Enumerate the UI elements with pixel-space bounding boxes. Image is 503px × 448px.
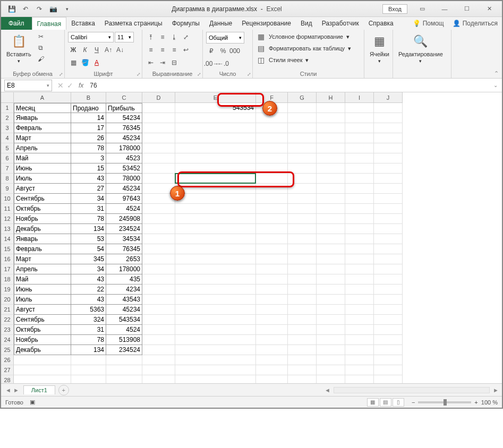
cell[interactable]: Февраль <box>14 244 71 254</box>
zoom-slider[interactable] <box>418 401 471 403</box>
cell[interactable]: 34 <box>71 194 106 204</box>
cell[interactable] <box>256 305 288 315</box>
row-header[interactable]: 6 <box>1 153 14 163</box>
cell[interactable] <box>288 375 317 383</box>
cell[interactable] <box>175 295 256 305</box>
row-header[interactable]: 26 <box>1 355 14 365</box>
row-header[interactable]: 7 <box>1 163 14 174</box>
bold-icon[interactable]: Ж <box>68 45 79 55</box>
tab-insert[interactable]: Вставка <box>66 17 100 30</box>
row-header[interactable]: 23 <box>1 325 14 335</box>
cell[interactable] <box>374 143 403 153</box>
cell[interactable] <box>374 325 403 335</box>
cell[interactable] <box>317 153 345 163</box>
cell[interactable] <box>175 113 256 123</box>
underline-icon[interactable]: Ч <box>91 45 102 55</box>
conditional-formatting-button[interactable]: ▦Условное форматирование ▾ <box>256 32 349 41</box>
cell[interactable] <box>345 133 374 143</box>
cell[interactable]: 2653 <box>106 254 142 264</box>
cell[interactable]: Декабрь <box>14 345 71 355</box>
cell[interactable] <box>288 315 317 325</box>
cell[interactable] <box>175 315 256 325</box>
row-header[interactable]: 4 <box>1 133 14 143</box>
cell[interactable] <box>256 345 288 355</box>
cell[interactable] <box>374 133 403 143</box>
row-header[interactable]: 25 <box>1 345 14 355</box>
cell[interactable] <box>142 254 175 264</box>
cell[interactable] <box>288 194 317 204</box>
cell[interactable] <box>374 254 403 264</box>
cell[interactable]: 4524 <box>106 325 142 335</box>
cell[interactable] <box>288 143 317 153</box>
cell[interactable]: Сентябрь <box>14 315 71 325</box>
cell[interactable]: Июль <box>14 295 71 305</box>
cell[interactable]: 43 <box>71 295 106 305</box>
tab-help[interactable]: Справка <box>364 17 398 30</box>
cell[interactable] <box>317 305 345 315</box>
cell[interactable]: 53 <box>71 234 106 244</box>
cell[interactable]: 324 <box>71 315 106 325</box>
cell[interactable]: 43 <box>71 274 106 285</box>
tab-formulas[interactable]: Формулы <box>167 17 204 30</box>
row-header[interactable]: 5 <box>1 143 14 153</box>
cell[interactable] <box>345 194 374 204</box>
cell[interactable]: Апрель <box>14 264 71 274</box>
view-break-icon[interactable]: ▯ <box>393 398 404 407</box>
dialog-launcher-icon[interactable]: ⤢ <box>59 72 63 77</box>
cell[interactable] <box>256 123 288 133</box>
cell[interactable] <box>345 315 374 325</box>
cell[interactable]: 34534 <box>106 234 142 244</box>
cell[interactable] <box>288 113 317 123</box>
cell[interactable] <box>288 123 317 133</box>
cell[interactable] <box>256 174 288 184</box>
cell[interactable] <box>317 103 345 113</box>
cell[interactable]: 245908 <box>106 214 142 224</box>
row-header[interactable]: 10 <box>1 194 14 204</box>
borders-icon[interactable]: ▦ <box>68 57 79 68</box>
cell[interactable] <box>374 163 403 174</box>
view-layout-icon[interactable]: ▤ <box>380 398 391 407</box>
zoom-control[interactable]: − + 100 % <box>412 399 498 406</box>
cell[interactable]: 178000 <box>106 264 142 274</box>
align-left-icon[interactable]: ≡ <box>146 45 156 55</box>
cell[interactable] <box>106 355 142 365</box>
row-header[interactable]: 15 <box>1 244 14 254</box>
cell[interactable] <box>142 325 175 335</box>
cell[interactable]: 4234 <box>106 285 142 295</box>
row-header[interactable]: 3 <box>1 123 14 133</box>
row-header[interactable]: 9 <box>1 184 14 194</box>
cell[interactable]: 78 <box>71 214 106 224</box>
cell[interactable] <box>317 174 345 184</box>
cell[interactable] <box>175 375 256 383</box>
row-header[interactable]: 12 <box>1 214 14 224</box>
tab-page-layout[interactable]: Разметка страницы <box>100 17 167 30</box>
cell[interactable] <box>317 365 345 375</box>
cell[interactable] <box>288 103 317 113</box>
cell[interactable] <box>288 274 317 285</box>
row-header[interactable]: 11 <box>1 204 14 214</box>
cell[interactable] <box>142 133 175 143</box>
cell[interactable] <box>175 305 256 315</box>
cell[interactable]: 134 <box>71 224 106 234</box>
cell[interactable] <box>256 143 288 153</box>
qat-dropdown-icon[interactable]: ▾ <box>63 5 71 13</box>
cell[interactable] <box>175 335 256 345</box>
cell[interactable] <box>256 234 288 244</box>
cell[interactable] <box>374 244 403 254</box>
cell[interactable] <box>256 244 288 254</box>
cell[interactable]: 435 <box>106 274 142 285</box>
cell[interactable] <box>142 264 175 274</box>
undo-icon[interactable]: ↶ <box>21 5 30 13</box>
cell[interactable] <box>142 335 175 345</box>
cell[interactable] <box>142 315 175 325</box>
italic-icon[interactable]: К <box>80 45 90 55</box>
cell[interactable] <box>288 184 317 194</box>
cell[interactable] <box>374 103 403 113</box>
cell[interactable] <box>345 264 374 274</box>
cell[interactable] <box>142 174 175 184</box>
cell[interactable] <box>317 184 345 194</box>
cell[interactable]: 78 <box>71 335 106 345</box>
cell[interactable]: 14 <box>71 113 106 123</box>
tab-home[interactable]: Главная <box>32 17 67 30</box>
cell[interactable]: 54 <box>71 244 106 254</box>
